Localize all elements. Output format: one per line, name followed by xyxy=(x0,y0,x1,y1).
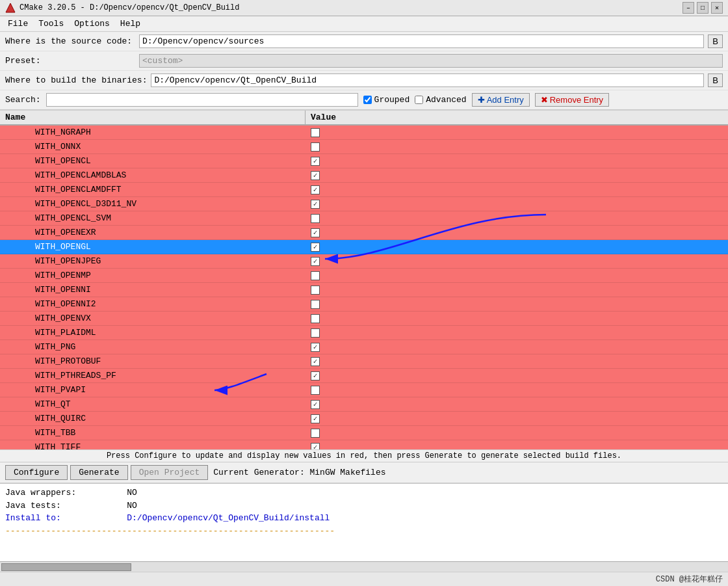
column-value-header: Value xyxy=(306,111,728,124)
row-checkbox[interactable] xyxy=(311,300,320,309)
grouped-checkbox[interactable] xyxy=(363,96,372,104)
menu-help[interactable]: Help xyxy=(115,18,146,30)
row-checkbox[interactable] xyxy=(311,171,320,180)
scroll-thumb[interactable] xyxy=(1,563,131,571)
table-row[interactable]: WITH_OPENGL xyxy=(0,240,728,254)
search-input[interactable] xyxy=(46,93,358,107)
row-name-cell: WITH_OPENCL_SVM xyxy=(32,212,306,224)
table-row[interactable]: WITH_NGRAPH xyxy=(0,126,728,140)
output-line: ----------------------------------------… xyxy=(5,525,723,538)
row-checkbox[interactable] xyxy=(311,328,320,338)
table-row[interactable]: WITH_OPENCL_D3D11_NV xyxy=(0,197,728,211)
row-checkbox[interactable] xyxy=(311,386,320,395)
action-row: Configure Generate Open Project Current … xyxy=(0,462,728,483)
table-row[interactable]: WITH_OPENEXR xyxy=(0,226,728,240)
open-project-button[interactable]: Open Project xyxy=(131,465,209,480)
table-row[interactable]: WITH_OPENVX xyxy=(0,312,728,326)
row-checkbox[interactable] xyxy=(311,271,320,280)
row-name-cell: WITH_PNG xyxy=(32,341,306,353)
row-value-cell xyxy=(306,155,728,167)
cmake-icon xyxy=(5,3,16,13)
row-checkbox[interactable] xyxy=(311,200,320,209)
row-value-cell xyxy=(306,313,728,325)
row-value-cell xyxy=(306,413,728,425)
maximize-button[interactable]: □ xyxy=(697,2,708,14)
row-checkbox[interactable] xyxy=(311,286,320,295)
table-row[interactable]: WITH_PVAPI xyxy=(0,383,728,397)
row-checkbox[interactable] xyxy=(311,257,320,266)
source-row: Where is the source code: B xyxy=(0,32,728,51)
row-checkbox[interactable] xyxy=(311,400,320,409)
watermark-bar: CSDN @桂花年糕仔 xyxy=(0,572,728,586)
close-button[interactable]: ✕ xyxy=(711,2,723,14)
menu-tools[interactable]: Tools xyxy=(33,18,69,30)
table-row[interactable]: WITH_PNG xyxy=(0,340,728,354)
advanced-checkbox[interactable] xyxy=(415,96,423,104)
row-checkbox[interactable] xyxy=(311,357,320,366)
configure-button[interactable]: Configure xyxy=(5,465,68,480)
table-row[interactable]: WITH_OPENJPEG xyxy=(0,254,728,269)
row-checkbox[interactable] xyxy=(311,343,320,352)
row-checkbox[interactable] xyxy=(311,214,320,223)
source-label: Where is the source code: xyxy=(5,36,135,46)
row-name-cell: WITH_ONNX xyxy=(32,140,306,153)
table-row[interactable]: WITH_OPENCLAMDFFT xyxy=(0,183,728,197)
table-row[interactable]: WITH_OPENMP xyxy=(0,269,728,283)
row-checkbox[interactable] xyxy=(311,443,320,450)
row-name-cell: WITH_NGRAPH xyxy=(32,126,306,139)
source-browse-button[interactable]: B xyxy=(708,34,723,48)
table-row[interactable]: WITH_TBB xyxy=(0,426,728,440)
output-line: Install to: D:/Opencv/opencv/Qt_OpenCV_B… xyxy=(5,512,723,525)
table-row[interactable]: WITH_QUIRC xyxy=(0,412,728,426)
minimize-button[interactable]: – xyxy=(682,2,694,14)
row-name-cell: WITH_OPENCLAMDFFT xyxy=(32,183,306,196)
row-name-cell: WITH_PLAIDML xyxy=(32,326,306,339)
row-checkbox[interactable] xyxy=(311,185,320,194)
table-row[interactable]: WITH_QT xyxy=(0,397,728,412)
output-line: Java tests: NO xyxy=(5,499,723,513)
table-row[interactable]: WITH_TIFF xyxy=(0,440,728,449)
add-entry-label: Add Entry xyxy=(487,95,524,105)
status-bar: Press Configure to update and display ne… xyxy=(0,449,728,462)
row-checkbox[interactable] xyxy=(311,243,320,252)
table-row[interactable]: WITH_OPENCL xyxy=(0,154,728,168)
row-checkbox[interactable] xyxy=(311,228,320,237)
row-checkbox[interactable] xyxy=(311,142,320,152)
build-row: Where to build the binaries: B xyxy=(0,71,728,90)
row-value-cell xyxy=(306,198,728,210)
menu-bar: File Tools Options Help xyxy=(0,16,728,32)
row-name-cell: WITH_TBB xyxy=(32,427,306,439)
build-browse-button[interactable]: B xyxy=(708,73,723,87)
preset-select[interactable]: <custom> xyxy=(139,54,723,68)
build-input[interactable] xyxy=(151,73,704,87)
generator-label: Current Generator: MinGW Makefiles xyxy=(213,468,385,477)
source-input[interactable] xyxy=(139,34,704,48)
remove-icon: ✖ xyxy=(541,95,548,105)
generate-button[interactable]: Generate xyxy=(70,465,127,480)
menu-options[interactable]: Options xyxy=(69,18,115,30)
menu-file[interactable]: File xyxy=(3,18,33,30)
table-row[interactable]: WITH_PTHREADS_PF xyxy=(0,369,728,383)
row-checkbox[interactable] xyxy=(311,429,320,438)
table-row[interactable]: WITH_PLAIDML xyxy=(0,326,728,340)
table-header: Name Value xyxy=(0,111,728,126)
row-value-cell xyxy=(306,213,728,224)
table-row[interactable]: WITH_OPENCLAMDBLAS xyxy=(0,168,728,183)
remove-entry-button[interactable]: ✖ Remove Entry xyxy=(535,93,609,107)
add-entry-button[interactable]: ✚ Add Entry xyxy=(472,93,530,107)
row-name-cell: WITH_OPENNI xyxy=(32,284,306,296)
row-checkbox[interactable] xyxy=(311,157,320,166)
table-row[interactable]: WITH_PROTOBUF xyxy=(0,354,728,369)
table-row[interactable]: WITH_OPENNI2 xyxy=(0,297,728,312)
preset-row: Preset: <custom> xyxy=(0,51,728,71)
row-name-cell: WITH_OPENGL xyxy=(32,241,306,253)
row-checkbox[interactable] xyxy=(311,414,320,423)
row-checkbox[interactable] xyxy=(311,314,320,323)
row-value-cell xyxy=(306,241,728,253)
row-checkbox[interactable] xyxy=(311,128,320,137)
table-row[interactable]: WITH_OPENNI xyxy=(0,283,728,297)
row-checkbox[interactable] xyxy=(311,371,320,380)
horizontal-scrollbar[interactable] xyxy=(0,561,728,572)
table-row[interactable]: WITH_OPENCL_SVM xyxy=(0,211,728,226)
table-row[interactable]: WITH_ONNX xyxy=(0,140,728,154)
